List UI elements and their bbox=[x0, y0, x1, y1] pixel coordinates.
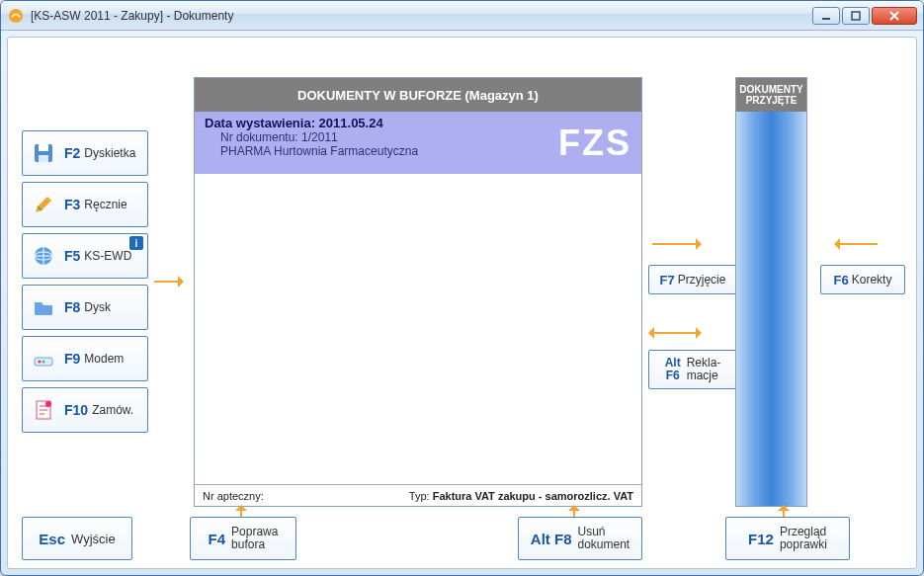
f8-dysk-button[interactable]: F8 Dysk bbox=[22, 285, 148, 330]
folder-icon bbox=[31, 294, 56, 320]
arrow-accepted-to-korekty bbox=[838, 243, 878, 245]
f4-poprawa-button[interactable]: F4 Poprawa bufora bbox=[190, 517, 296, 560]
f3-recznie-button[interactable]: F3 Ręcznie bbox=[22, 182, 148, 227]
buffer-list-area[interactable] bbox=[195, 174, 641, 484]
button-label: Przyjęcie bbox=[678, 273, 726, 287]
modem-icon bbox=[31, 346, 56, 371]
type-value: Faktura VAT zakupu - samorozlicz. VAT bbox=[433, 490, 633, 502]
left-toolbar: F2 Dyskietka F3 Ręcznie F5 KS-EWD i bbox=[22, 130, 148, 433]
button-label: Modem bbox=[84, 352, 124, 366]
button-label: Ręcznie bbox=[84, 198, 126, 211]
globe-icon bbox=[31, 243, 56, 269]
f-key2: F6 bbox=[666, 370, 680, 382]
note-icon bbox=[31, 397, 56, 423]
arrow-buffer-to-accept-bi1 bbox=[652, 332, 698, 334]
button-label-2: dokument bbox=[577, 538, 630, 551]
titlebar: [KS-ASW 2011 - Zakupy] - Dokumenty bbox=[1, 1, 923, 31]
svg-rect-1 bbox=[822, 18, 830, 20]
f6-korekty-button[interactable]: F6 Korekty bbox=[820, 265, 905, 294]
button-label: Wyjście bbox=[71, 532, 116, 546]
client-area: F2 Dyskietka F3 Ręcznie F5 KS-EWD i bbox=[7, 37, 917, 569]
altf8-usun-button[interactable]: Alt F8 Usuń dokument bbox=[518, 517, 642, 560]
button-label: Dysk bbox=[84, 300, 111, 314]
pencil-icon bbox=[31, 192, 56, 217]
app-window: [KS-ASW 2011 - Zakupy] - Dokumenty F2 Dy… bbox=[0, 0, 924, 576]
accepted-panel: DOKUMENTY PRZYJĘTE bbox=[735, 77, 807, 507]
doc-contractor: PHARMA Hurtownia Farmaceutyczna bbox=[220, 144, 418, 158]
f12-przeglad-button[interactable]: F12 Przegląd poprawki bbox=[725, 517, 850, 560]
f-key: Esc bbox=[39, 531, 65, 547]
svg-point-9 bbox=[39, 361, 42, 364]
button-label: Korekty bbox=[852, 273, 892, 287]
buffer-title: DOKUMENTY W BUFORZE (Magazyn 1) bbox=[195, 78, 641, 112]
button-label: Dyskietka bbox=[84, 146, 135, 160]
button-label-2: poprawki bbox=[780, 538, 827, 551]
svg-point-0 bbox=[9, 9, 23, 23]
doc-number: Nr dokumentu: 1/2011 bbox=[220, 130, 418, 144]
close-button[interactable] bbox=[872, 7, 917, 25]
f-key: Alt F8 bbox=[531, 531, 572, 547]
app-icon bbox=[7, 7, 25, 25]
f-key: F2 bbox=[64, 145, 80, 161]
f-key: F10 bbox=[64, 402, 88, 418]
f-key: F5 bbox=[64, 248, 80, 264]
floppy-icon bbox=[31, 140, 56, 166]
svg-point-12 bbox=[45, 401, 51, 407]
accepted-list-area[interactable] bbox=[736, 112, 806, 506]
accepted-title: DOKUMENTY PRZYJĘTE bbox=[736, 78, 806, 112]
f7-przyjecie-button[interactable]: F7 Przyjęcie bbox=[648, 265, 737, 294]
maximize-button[interactable] bbox=[842, 7, 870, 25]
document-header-text: Data wystawienia: 2011.05.24 Nr dokument… bbox=[205, 116, 418, 170]
f-key: F12 bbox=[748, 531, 774, 547]
f-key: F4 bbox=[209, 531, 226, 547]
f-key: F6 bbox=[834, 273, 849, 288]
window-title: [KS-ASW 2011 - Zakupy] - Dokumenty bbox=[31, 9, 812, 23]
f2-dyskietka-button[interactable]: F2 Dyskietka bbox=[22, 130, 148, 176]
button-label: KS-EWD bbox=[84, 249, 131, 263]
arrow-left-to-buffer bbox=[154, 281, 180, 283]
f-key: F7 bbox=[660, 273, 675, 288]
buffer-panel: DOKUMENTY W BUFORZE (Magazyn 1) Data wys… bbox=[194, 77, 642, 507]
accepted-title-2: PRZYJĘTE bbox=[746, 95, 798, 106]
f-key: F8 bbox=[64, 299, 80, 315]
svg-rect-5 bbox=[39, 155, 48, 162]
esc-wyjscie-button[interactable]: Esc Wyjście bbox=[22, 517, 132, 560]
document-header[interactable]: Data wystawienia: 2011.05.24 Nr dokument… bbox=[195, 112, 641, 174]
minimize-button[interactable] bbox=[812, 7, 840, 25]
f10-zamow-button[interactable]: F10 Zamów. bbox=[22, 387, 148, 433]
button-label: Zamów. bbox=[92, 403, 133, 417]
f5-ksewd-button[interactable]: F5 KS-EWD i bbox=[22, 233, 148, 279]
window-controls bbox=[812, 7, 917, 25]
f-key: F9 bbox=[64, 351, 80, 367]
arrow-buffer-to-accept-top bbox=[652, 243, 698, 245]
type-label: Typ: bbox=[409, 490, 430, 502]
altf6-reklamacje-button[interactable]: Alt F6 Rekla- macje bbox=[648, 350, 737, 389]
button-label-2: bufora bbox=[231, 538, 278, 551]
svg-rect-4 bbox=[39, 144, 48, 151]
doc-issue-date: Data wystawienia: 2011.05.24 bbox=[205, 116, 418, 130]
button-label-2: macje bbox=[687, 370, 721, 382]
pharm-no-label: Nr apteczny: bbox=[203, 490, 264, 502]
accepted-title-1: DOKUMENTY bbox=[739, 84, 802, 95]
svg-rect-2 bbox=[852, 12, 860, 20]
doc-type-code: FZS bbox=[558, 123, 631, 164]
f9-modem-button[interactable]: F9 Modem bbox=[22, 336, 148, 381]
f-key: F3 bbox=[64, 197, 80, 212]
info-badge-icon: i bbox=[129, 236, 143, 250]
svg-point-10 bbox=[42, 361, 45, 364]
